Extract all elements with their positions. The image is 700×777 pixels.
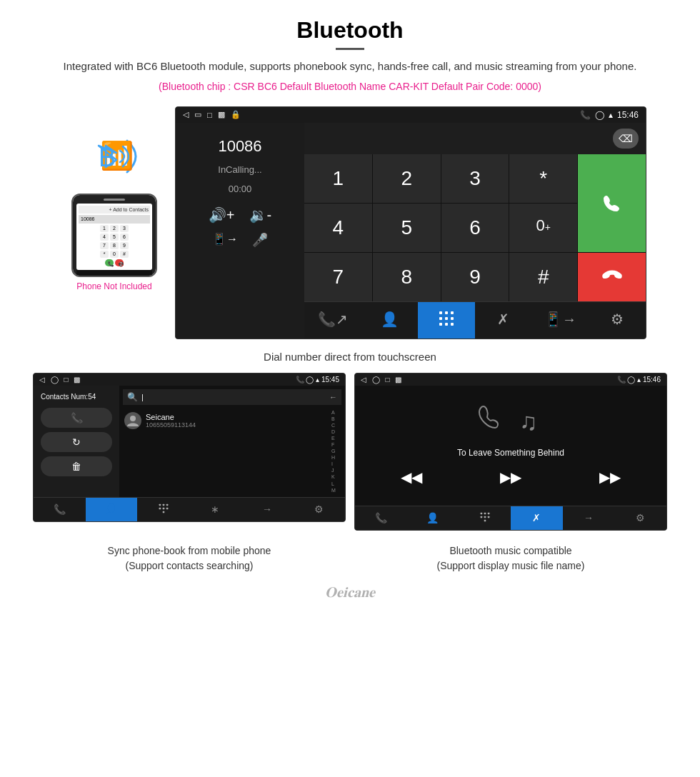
key-7[interactable]: 7 [304, 253, 372, 301]
contacts-android-screen: ◁ ◯ □ ▩ 📞 ◯ ▴ 15:45 Contacts Num:54 📞 ↻ [33, 373, 346, 522]
phone-out-btn[interactable]: 📱→ [532, 302, 589, 339]
battery-icon: ▭ [194, 110, 201, 119]
watermark-text: 𝐎𝐞𝐢𝐜𝐚𝐧𝐞 [325, 586, 375, 600]
dial-info-panel: 10086 InCalling... 00:00 🔊+ 🔉- 📱→ 🎤 [176, 123, 304, 339]
svg-rect-17 [162, 507, 164, 509]
play-button[interactable]: ▶▶ [500, 468, 521, 486]
contacts-count: Contacts Num:54 [41, 393, 112, 401]
key-2[interactable]: 2 [373, 154, 441, 203]
bluetooth-specs: (Bluetooth chip : CSR BC6 Default Blueto… [29, 81, 671, 92]
key-star[interactable]: * [509, 154, 577, 203]
backspace-contacts[interactable]: ← [329, 393, 337, 401]
dial-bottom-bar: 📞↗ 👤 [304, 301, 646, 339]
contact-info: Seicane 10655059113144 [146, 413, 330, 428]
key-9[interactable]: 9 [441, 253, 509, 301]
delete-action-btn[interactable]: 🗑 [41, 456, 112, 476]
call-green-button[interactable] [578, 154, 646, 252]
circle-icon-m: ◯ [372, 376, 380, 384]
header-section: Bluetooth Integrated with BC6 Bluetooth … [0, 0, 700, 106]
music-call-btn[interactable]: 📞 [355, 506, 407, 530]
alphabet-index[interactable]: ABCDE FGHIJ KLM [331, 409, 341, 493]
wifi-icon-c: ▴ [316, 376, 319, 384]
mini-call-btn[interactable]: 📞 [34, 498, 86, 521]
svg-rect-25 [484, 516, 486, 518]
contact-phone: 10655059113144 [146, 421, 330, 428]
contact-name: Seicane [146, 413, 330, 421]
sync-action-btn[interactable]: ↻ [41, 432, 112, 452]
call-transfer-btn[interactable]: 📞↗ [304, 302, 361, 339]
prev-button[interactable]: ◀◀ [401, 468, 422, 486]
backspace-button[interactable]: ⌫ [613, 129, 639, 149]
contacts-list-area: Seicane 10655059113144 ABCDE FGHIJ KLM [123, 409, 341, 493]
bluetooth-btn[interactable]: ✗ [475, 302, 532, 339]
music-song-title: To Leave Something Behind [362, 448, 659, 458]
key-4[interactable]: 4 [304, 204, 372, 252]
key-5[interactable]: 5 [373, 204, 441, 252]
contacts-caption: Sync phone-book from mobile phone (Suppo… [29, 540, 350, 577]
transfer-icon[interactable]: 📱→ [212, 232, 238, 248]
mic-icon[interactable]: 🎤 [252, 232, 268, 248]
key-hash[interactable]: # [509, 253, 577, 301]
key-3[interactable]: 3 [441, 154, 509, 203]
dial-content-area: 10086 InCalling... 00:00 🔊+ 🔉- 📱→ 🎤 ⌫ [176, 123, 646, 339]
signal-icon2: ▩ [74, 376, 80, 384]
call-action-btn[interactable]: 📞 [41, 408, 112, 428]
settings-btn[interactable]: ⚙ [589, 302, 646, 339]
svg-rect-24 [480, 516, 482, 518]
music-dialpad-btn[interactable] [459, 506, 511, 530]
svg-rect-11 [451, 323, 454, 326]
key-1[interactable]: 1 [304, 154, 372, 203]
music-settings-btn[interactable]: ⚙ [614, 506, 666, 530]
back-icon-music: ◁ [361, 376, 366, 384]
contacts-status-right: 📞 ◯ ▴ 15:45 [296, 376, 339, 384]
dial-numpad-panel: ⌫ 1 2 3 * 4 5 6 0+ [304, 123, 646, 339]
mini-dialpad-btn[interactable] [137, 498, 189, 521]
location-status-icon: ◯ [595, 110, 604, 120]
music-playback-controls: ◀◀ ▶▶ ▶▶ [362, 468, 659, 486]
phone-not-included-label: Phone Not Included [76, 281, 151, 291]
contacts-left-panel: Contacts Num:54 📞 ↻ 🗑 [34, 386, 119, 497]
contacts-status-time: 15:45 [321, 376, 339, 384]
contacts-screen-wrap: ◁ ◯ □ ▩ 📞 ◯ ▴ 15:45 Contacts Num:54 📞 ↻ [29, 373, 350, 531]
loc-icon-m: ◯ [627, 376, 635, 384]
music-status-bar: ◁ ◯ □ ▩ 📞 ◯ ▴ 15:46 [355, 374, 666, 386]
dialpad-btn[interactable] [418, 302, 475, 339]
music-phone-out-btn[interactable]: → [563, 506, 615, 530]
music-bt-btn[interactable]: ✗ [511, 506, 563, 530]
svg-rect-15 [166, 503, 168, 506]
search-icon: 🔍 [127, 392, 138, 402]
key-8[interactable]: 8 [373, 253, 441, 301]
mini-phone-out-btn[interactable]: → [241, 498, 294, 521]
music-spacer [362, 489, 659, 495]
key-0plus[interactable]: 0+ [509, 204, 577, 252]
mini-settings-btn[interactable]: ⚙ [293, 498, 345, 521]
mini-contacts-btn[interactable]: 👤 [86, 498, 138, 521]
svg-rect-23 [487, 512, 489, 514]
contacts-btn[interactable]: 👤 [361, 302, 419, 339]
contacts-caption-line2: (Support contacts searching) [126, 560, 254, 571]
volume-up-icon[interactable]: 🔊+ [209, 206, 235, 224]
key-6[interactable]: 6 [441, 204, 509, 252]
contacts-empty-area [123, 432, 331, 453]
volume-down-icon[interactable]: 🔉- [249, 206, 272, 224]
end-call-button[interactable] [578, 253, 646, 301]
next-button[interactable]: ▶▶ [599, 468, 621, 486]
dial-caption: Dial number direct from touchscreen [0, 345, 700, 373]
svg-point-12 [130, 416, 136, 421]
back-arrow-icon: ◁ [183, 110, 189, 119]
numpad-input-bar: ⌫ [304, 123, 646, 154]
circle-icon: ◯ [51, 376, 59, 384]
music-content-area: ♫ To Leave Something Behind ◀◀ ▶▶ ▶▶ [355, 386, 666, 506]
title-divider [336, 48, 364, 50]
contact-item-seicane[interactable]: Seicane 10655059113144 [123, 409, 331, 432]
svg-rect-6 [439, 317, 442, 320]
contacts-list: Seicane 10655059113144 [123, 409, 331, 493]
music-status-left: ◁ ◯ □ ▩ [361, 376, 401, 384]
search-cursor[interactable]: | [141, 393, 326, 401]
svg-rect-13 [159, 503, 161, 506]
status-right-icons: 📞 ◯ ▴ 15:46 [580, 110, 639, 120]
music-contacts-btn[interactable]: 👤 [407, 506, 459, 530]
mini-bt-btn[interactable]: ∗ [189, 498, 241, 521]
phone-status-icon: 📞 [580, 110, 591, 120]
svg-rect-14 [162, 503, 164, 506]
